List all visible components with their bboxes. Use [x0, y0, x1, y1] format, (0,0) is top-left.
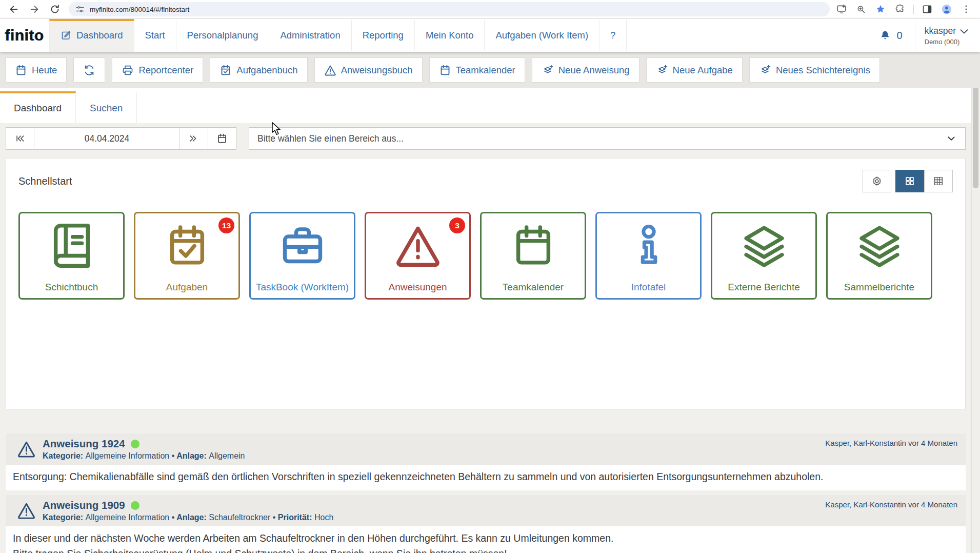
browser-back-icon[interactable] [5, 2, 23, 16]
date-prev-button[interactable] [6, 128, 34, 149]
dashboard-content: 04.04.2024 Bitte wählen Sie einen Bereic… [0, 123, 971, 553]
toolbar-button-label: Neue Aufgabe [673, 65, 733, 76]
tile-label: TaskBook (WorkItem) [256, 282, 349, 293]
instruction-entries: Anweisung 1924 Kategorie: Allgemeine Inf… [6, 433, 966, 553]
tile-label: Sammelberichte [844, 282, 914, 293]
divider [913, 5, 914, 14]
tile-label: Infotafel [631, 282, 666, 293]
tile-anweisungen[interactable]: Anweisungen 3 [365, 212, 471, 300]
instruction-author: Kasper, Karl-Konstantin vor 4 Monaten [825, 433, 966, 447]
install-app-icon[interactable] [833, 2, 850, 16]
nav-item-label: Mein Konto [426, 30, 474, 41]
toolbar-button-label: Reportcenter [138, 65, 193, 76]
view-switcher [863, 170, 953, 192]
warning-icon [17, 440, 36, 459]
nav-item-start[interactable]: Start [134, 19, 176, 52]
instruction-body-line: Entsorgung: Chemikalienabfälle sind gemä… [13, 469, 958, 484]
tile-sammelberichte[interactable]: Sammelberichte [826, 212, 932, 300]
instruction-header: Anweisung 1924 Kategorie: Allgemeine Inf… [6, 433, 966, 465]
browser-reload-icon[interactable] [46, 2, 64, 16]
notification-count: 0 [897, 30, 903, 42]
view-large-tiles-button[interactable] [895, 170, 924, 192]
instruction-meta: Kategorie: Allgemeine Information • Anla… [43, 451, 245, 461]
tile-label: Externe Berichte [728, 282, 799, 293]
user-name: kkasper [925, 26, 956, 36]
bookmark-star-icon[interactable] [872, 2, 889, 16]
tile-taskbook-workitem[interactable]: TaskBook (WorkItem) [249, 212, 355, 300]
main-nav: Dashboard Start Personalplanung Administ… [49, 19, 627, 52]
nav-item-reporting[interactable]: Reporting [352, 19, 415, 52]
instruction-title: Anweisung 1924 [43, 438, 125, 450]
toolbar-button-label: Anweisungsbuch [341, 65, 413, 76]
neue-anweisung-button[interactable]: Neue Anweisung [532, 57, 639, 83]
nav-item-item[interactable]: ? [599, 19, 627, 52]
calendar-icon [216, 133, 228, 144]
layers-plus-icon [656, 64, 668, 76]
warning-icon [324, 64, 336, 76]
header-right: 0 kkasper Demo (000) [867, 19, 980, 52]
date-next-button[interactable] [180, 128, 208, 149]
neue-aufgabe-button[interactable]: Neue Aufgabe [646, 57, 743, 83]
tab-label: Dashboard [14, 103, 62, 114]
calendar-picker-button[interactable] [208, 128, 236, 149]
reportcenter-button[interactable]: Reportcenter [112, 57, 203, 83]
layers-plus-icon [759, 64, 771, 76]
tab-suchen[interactable]: Suchen [76, 91, 137, 123]
aufgabenbuch-button[interactable]: Aufgabenbuch [210, 57, 307, 83]
toolbar-button-label: Heute [32, 65, 57, 76]
area-select[interactable]: Bitte wählen Sie einen Bereich aus... [249, 127, 966, 150]
teamkalender-button[interactable]: Teamkalender [429, 57, 525, 83]
toolbar-button-label: Neue Anweisung [558, 65, 630, 76]
url-text: myfinito.com/800014/#/finitostart [90, 6, 189, 13]
nav-item-administration[interactable]: Administration [269, 19, 351, 52]
refresh-button[interactable] [73, 57, 105, 83]
tile-infotafel[interactable]: Infotafel [595, 212, 702, 300]
tile-schichtbuch[interactable]: Schichtbuch [18, 212, 125, 300]
instruction-entry-anweisung-1909[interactable]: Anweisung 1909 Kategorie: Allgemeine Inf… [6, 495, 966, 553]
app-screen: myfinito.com/800014/#/finitostart finito… [0, 0, 980, 553]
nav-item-label: Dashboard [76, 30, 123, 41]
tile-teamkalender[interactable]: Teamkalender [480, 212, 586, 300]
nav-item-personalplanung[interactable]: Personalplanung [176, 19, 270, 52]
printer-icon [122, 64, 134, 76]
instruction-entry-anweisung-1924[interactable]: Anweisung 1924 Kategorie: Allgemeine Inf… [6, 433, 966, 490]
heute-button[interactable]: Heute [5, 57, 67, 83]
instruction-body-line: Bitte tragen Sie Sicherheitsausrüstung (… [13, 546, 958, 553]
neues-schichtereignis-button[interactable]: Neues Schichtereignis [749, 57, 880, 83]
chevron-down-icon [958, 26, 970, 37]
nav-item-aufgaben-work-item[interactable]: Aufgaben (Work Item) [485, 19, 599, 52]
tab-dashboard[interactable]: Dashboard [0, 91, 76, 123]
tile-aufgaben[interactable]: Aufgaben 13 [134, 212, 240, 300]
user-menu[interactable]: kkasper Demo (000) [915, 19, 980, 52]
view-small-tiles-button[interactable] [924, 170, 953, 192]
extensions-icon[interactable] [891, 2, 909, 16]
calendar-icon [15, 64, 27, 76]
app-logo[interactable]: finito [0, 19, 49, 52]
page-scrollbar[interactable] [971, 19, 980, 553]
anweisungsbuch-button[interactable]: Anweisungsbuch [314, 57, 423, 83]
nav-item-label: Reporting [363, 30, 404, 41]
side-panel-icon[interactable] [918, 2, 936, 16]
current-date[interactable]: 04.04.2024 [34, 128, 180, 149]
browser-forward-icon[interactable] [26, 2, 43, 16]
zoom-icon[interactable] [852, 2, 870, 16]
nav-item-label: Administration [280, 30, 340, 41]
quickstart-settings-button[interactable] [863, 170, 891, 192]
notification-badge: 3 [449, 218, 465, 233]
quickstart-panel: Schnellstart Schichtbuch Aufgaben 13 Tas… [6, 158, 966, 409]
toolbar-button-label: Neues Schichtereignis [776, 65, 870, 76]
date-navigation: 04.04.2024 Bitte wählen Sie einen Bereic… [6, 127, 966, 150]
toolbar-button-label: Teamkalender [456, 65, 515, 76]
date-picker-group: 04.04.2024 [6, 127, 236, 150]
tile-externe-berichte[interactable]: Externe Berichte [711, 212, 817, 300]
site-settings-icon[interactable] [75, 2, 85, 16]
address-bar[interactable]: myfinito.com/800014/#/finitostart [69, 2, 830, 16]
nav-item-mein-konto[interactable]: Mein Konto [415, 19, 485, 52]
notifications-button[interactable]: 0 [867, 19, 915, 52]
browser-profile-avatar[interactable] [938, 2, 955, 16]
grid-2x2-icon [904, 175, 915, 187]
browser-menu-icon[interactable] [957, 2, 975, 16]
fast-forward-icon [188, 133, 199, 144]
nav-item-dashboard[interactable]: Dashboard [49, 19, 134, 52]
instruction-body-line: In dieser und der nächsten Woche werden … [13, 531, 958, 546]
